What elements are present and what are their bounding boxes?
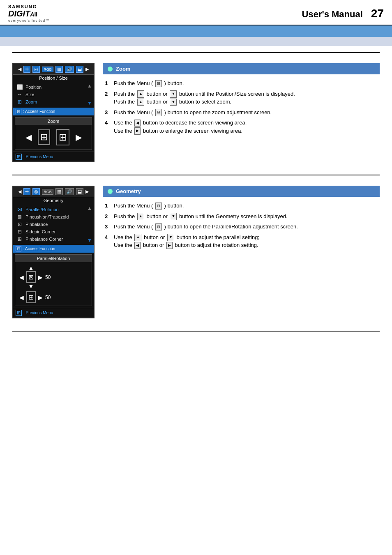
ll-text: ll <box>34 11 37 18</box>
prev-label-geo: : Previous Menu <box>23 311 53 315</box>
geo-step-4-num: 4 <box>105 233 110 249</box>
osd-icon-pos: ✛ <box>23 66 30 73</box>
osd-panel-geometry: ◀ ✛ ◎ RGB ▦ 🔊 ⬓ ▶ Geometry ⋈ Parallel/Ro… <box>12 186 95 318</box>
step-2-num: 2 <box>105 90 110 106</box>
par-horiz-row: ◀ ⊠ ▶ <box>19 271 43 283</box>
pincushion-label: Pincushion/Trapezoid <box>25 214 69 219</box>
geo-step-3: 3 Push the Menu ( ⊟ ) button to open the… <box>105 223 378 231</box>
step-3-num: 3 <box>105 108 110 117</box>
access-label: : Access Function <box>23 109 55 114</box>
right-arrow-zoom: ▶ <box>76 132 82 142</box>
access-icon-geo: ⊟ <box>16 246 21 251</box>
step-4-text: Use the ◀ button to decrease the screen … <box>114 119 378 135</box>
osd-item-pinbalance: ⊡ Pinbalance <box>16 221 90 228</box>
osd-topbar-geo: ◀ ✛ ◎ RGB ▦ 🔊 ⬓ ▶ <box>13 187 94 197</box>
zoom-step-3: 3 Push the Menu ( ⊟ ) button to open the… <box>105 108 378 117</box>
osd-icon-circle: ◎ <box>32 66 40 73</box>
access-bar-geo: ⊟ : Access Function <box>13 245 94 253</box>
parallel-submenu-content: ▲ ◀ ⊠ ▶ ▼ 50 ◀ ⊞ <box>15 262 92 306</box>
zoom-label: Zoom <box>25 99 37 104</box>
zoom-box-small: ⊞ <box>38 129 50 145</box>
par-down-arrow: ▼ <box>28 283 34 290</box>
samsung-logo: SAMSUNG <box>8 4 49 9</box>
all-text: a <box>30 9 34 18</box>
up-btn-geo-2a: ▲ <box>137 213 144 220</box>
rot-left-arrow: ◀ <box>19 294 24 301</box>
step-1-text: Push the Menu ( ⊟ ) button. <box>114 79 378 88</box>
scroll-up-indicator: ▲ <box>87 83 92 89</box>
zoom-box-large: ⊞ <box>56 129 69 145</box>
parallel-arrows: ▲ ◀ ⊠ ▶ ▼ <box>19 265 43 290</box>
step-4-num: 4 <box>105 119 110 135</box>
logo-area: SAMSUNG DIGIT a ll everyone's Invited™ <box>8 4 49 23</box>
zoom-step-1: 1 Push the Menu ( ⊟ ) button. <box>105 79 378 88</box>
zoom-dot <box>108 67 113 71</box>
osd-icon-bars: ▦ <box>55 66 63 73</box>
up-btn-2a: ▲ <box>137 90 144 98</box>
geo-dot <box>108 189 113 194</box>
osd-item-size: ↔ Size <box>16 91 90 98</box>
pinbalance-corner-label: Pinbalance Corner <box>25 237 63 242</box>
zoom-submenu-content: ◀ ⊞ ⊞ ▶ <box>15 125 92 150</box>
geo-step-2: 2 Push the ▲ button or ▼ button until th… <box>105 212 378 221</box>
osd-section-label-zoom: Position / Size <box>13 75 94 81</box>
geo-step-3-text: Push the Menu ( ⊟ ) button to open the P… <box>114 223 378 231</box>
osd-icon-geo-active: ◎ <box>32 188 40 195</box>
step-3-text: Push the Menu ( ⊟ ) button to open the z… <box>114 108 378 117</box>
parallel-submenu-title: Parallel/Rotation <box>15 255 92 262</box>
zoom-section: ◀ ✛ ◎ RGB ▦ 🔊 ⬓ ▶ Position / Size ⬜ Posi… <box>12 59 380 166</box>
gray-banner <box>0 37 392 46</box>
main-content: ◀ ✛ ◎ RGB ▦ 🔊 ⬓ ▶ Position / Size ⬜ Posi… <box>0 52 392 339</box>
access-icon: ⊟ <box>16 109 21 114</box>
prev-label-zoom: : Previous Menu <box>23 154 53 159</box>
left-btn-geo-4b: ◀ <box>134 242 141 249</box>
par-icon: ⊠ <box>26 271 36 283</box>
rot-right-arrow: ▶ <box>38 294 43 301</box>
zoom-instructions: Zoom 1 Push the Menu ( ⊟ ) button. 2 Pus… <box>103 63 380 162</box>
osd-panel-zoom: ◀ ✛ ◎ RGB ▦ 🔊 ⬓ ▶ Position / Size ⬜ Posi… <box>12 63 95 162</box>
osd-icon-box-geo: ⬓ <box>76 188 83 195</box>
osd-icon-speaker: 🔊 <box>65 66 74 73</box>
osd-item-pincushion: ⊠ Pincushion/Trapezoid <box>16 213 90 221</box>
pincushion-icon: ⊠ <box>16 214 23 220</box>
osd-left-arrow: ◀ <box>18 67 21 72</box>
digit-logo: DIGIT a ll <box>8 9 49 18</box>
osd-icon-rgb-geo: RGB <box>42 189 53 195</box>
geo-step-1: 1 Push the Menu ( ⊟ ) button. <box>105 202 378 210</box>
brand-name: SAMSUNG <box>8 4 37 9</box>
section-separator-2 <box>12 175 380 175</box>
par-value-2: 50 <box>45 295 51 300</box>
geo-step-4: 4 Use the ▲ button or ▼ button to adjust… <box>105 233 378 249</box>
osd-menu-wrapper-geo: ⋈ Parallel/Rotation ⊠ Pincushion/Trapezo… <box>13 204 94 245</box>
up-btn-2b: ▲ <box>137 99 144 106</box>
parallel-icon: ⋈ <box>16 207 23 212</box>
rot-icon: ⊞ <box>26 291 36 303</box>
osd-topbar-zoom: ◀ ✛ ◎ RGB ▦ 🔊 ⬓ ▶ <box>13 64 94 75</box>
geo-step-2-num: 2 <box>105 212 110 221</box>
osd-item-sidepin: ⊟ Sidepin Corner <box>16 228 90 235</box>
osd-item-pinbalance-corner: ⊞ Pinbalance Corner <box>16 235 90 243</box>
osd-menu-items-geo: ⋈ Parallel/Rotation ⊠ Pincushion/Trapezo… <box>13 204 94 245</box>
osd-item-parallel: ⋈ Parallel/Rotation <box>16 206 90 213</box>
sidepin-icon: ⊟ <box>16 229 23 235</box>
zoom-step-4: 4 Use the ◀ button to decrease the scree… <box>105 119 378 135</box>
digit-text: DIGIT <box>8 9 30 18</box>
osd-right-arrow-geo: ▶ <box>85 189 89 194</box>
right-btn-geo-4b: ▶ <box>166 242 173 249</box>
prev-icon-zoom: ⊞ <box>16 154 22 160</box>
geo-step-3-num: 3 <box>105 223 110 231</box>
par-up-arrow: ▲ <box>28 265 34 271</box>
zoom-steps: 1 Push the Menu ( ⊟ ) button. 2 Push the… <box>103 79 380 135</box>
osd-section-label-geo: Geometry <box>13 197 94 204</box>
size-icon: ↔ <box>16 92 23 97</box>
zoom-instruction-header: Zoom <box>103 63 380 74</box>
menu-icon-1: ⊟ <box>155 80 162 88</box>
geo-instruction-header: Geometry <box>103 186 380 197</box>
osd-icon-speaker-geo: 🔊 <box>65 188 74 195</box>
zoom-instruction-title: Zoom <box>116 66 130 72</box>
prev-menu-zoom: ⊞ : Previous Menu <box>13 152 94 161</box>
osd-left-arrow-geo: ◀ <box>18 189 21 194</box>
pinbalance-label: Pinbalance <box>25 222 48 227</box>
header-right: User's Manual 27 <box>302 7 384 20</box>
page-number: 27 <box>371 7 384 20</box>
